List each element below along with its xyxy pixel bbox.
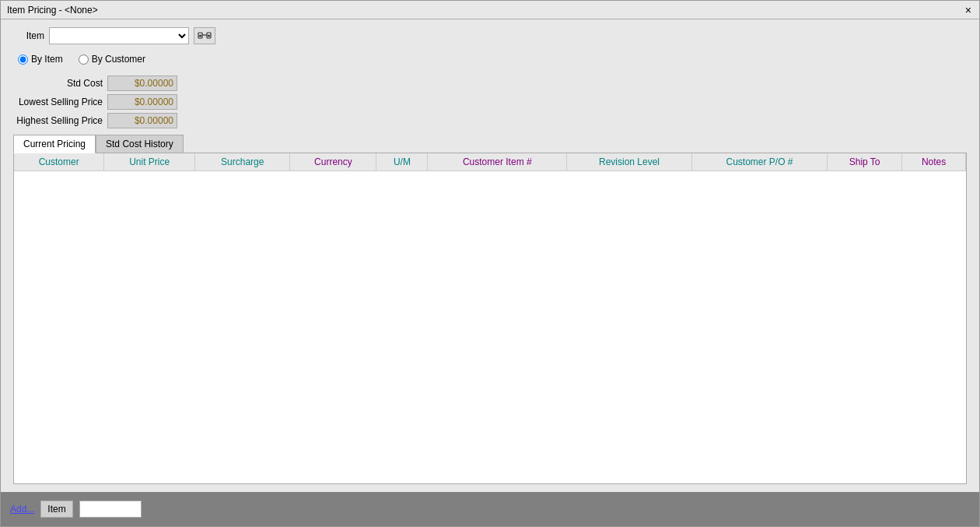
cost-section: Std Cost $0.00000 Lowest Selling Price $… — [13, 76, 967, 128]
by-item-label: By Item — [31, 54, 63, 65]
by-customer-radio-option[interactable]: By Customer — [79, 54, 145, 65]
footer-item-input[interactable] — [79, 501, 142, 518]
tabs-container: Current Pricing Std Cost History Custome… — [13, 135, 967, 484]
svg-point-4 — [208, 35, 210, 37]
tabs-header: Current Pricing Std Cost History — [13, 135, 967, 153]
window-title: Item Pricing - <None> — [7, 5, 98, 16]
col-header-unit-price: Unit Price — [104, 153, 195, 171]
col-header-notes: Notes — [902, 153, 966, 171]
lowest-price-row: Lowest Selling Price $0.00000 — [13, 94, 967, 110]
tab-std-cost-history[interactable]: Std Cost History — [96, 135, 184, 153]
lowest-price-value: $0.00000 — [107, 94, 177, 110]
pricing-table: Customer Unit Price Surcharge Currency U… — [14, 153, 966, 171]
col-header-customer: Customer — [14, 153, 104, 171]
add-button[interactable]: Add... — [10, 504, 34, 515]
highest-price-row: Highest Selling Price $0.00000 — [13, 113, 967, 128]
content-area: Item By Item By Cus — [1, 19, 979, 492]
col-header-customer-po: Customer P/O # — [691, 153, 827, 171]
highest-price-label: Highest Selling Price — [13, 115, 103, 126]
table-header-row: Customer Unit Price Surcharge Currency U… — [14, 153, 966, 171]
footer-bar: Add... Item — [1, 492, 979, 526]
main-window: Item Pricing - <None> × Item — [0, 0, 980, 527]
svg-point-3 — [199, 35, 201, 37]
close-button[interactable]: × — [964, 5, 973, 16]
col-header-um: U/M — [376, 153, 428, 171]
col-header-ship-to: Ship To — [828, 153, 902, 171]
tab-current-pricing[interactable]: Current Pricing — [13, 135, 96, 153]
item-label: Item — [13, 30, 44, 41]
lowest-price-label: Lowest Selling Price — [13, 97, 103, 107]
by-customer-label: By Customer — [92, 54, 145, 65]
std-cost-value: $0.00000 — [107, 76, 177, 91]
title-bar: Item Pricing - <None> × — [1, 1, 979, 19]
by-customer-radio[interactable] — [79, 54, 89, 65]
item-dropdown[interactable] — [49, 27, 189, 44]
by-item-radio[interactable] — [18, 54, 28, 65]
col-header-currency: Currency — [290, 153, 376, 171]
by-item-radio-option[interactable]: By Item — [18, 54, 63, 65]
radio-row: By Item By Customer — [18, 54, 967, 65]
highest-price-value: $0.00000 — [107, 113, 177, 128]
col-header-revision-level: Revision Level — [567, 153, 692, 171]
pricing-table-container: Customer Unit Price Surcharge Currency U… — [13, 153, 967, 484]
item-row: Item — [13, 27, 967, 44]
binoculars-icon — [198, 30, 212, 42]
search-button[interactable] — [194, 27, 215, 44]
std-cost-label: Std Cost — [13, 78, 103, 89]
std-cost-row: Std Cost $0.00000 — [13, 76, 967, 91]
col-header-customer-item: Customer Item # — [428, 153, 567, 171]
col-header-surcharge: Surcharge — [195, 153, 290, 171]
footer-item-label: Item — [40, 501, 72, 518]
